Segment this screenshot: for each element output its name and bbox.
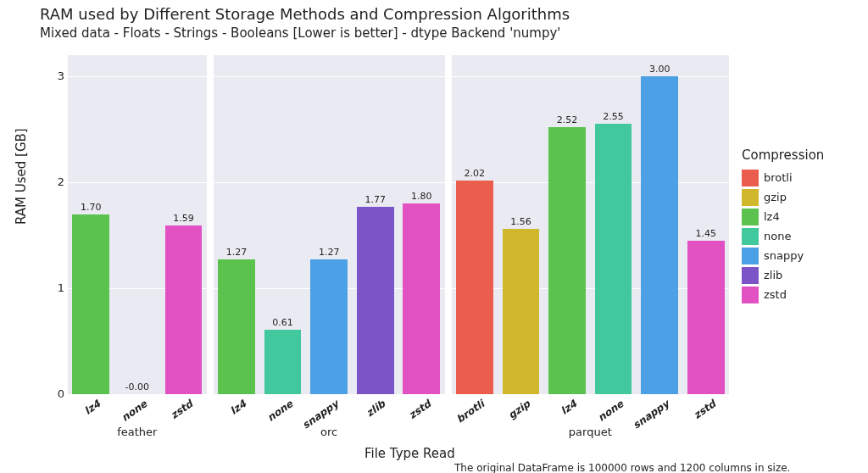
legend-label: snappy [764,249,804,262]
bar-value-label: 3.00 [649,64,670,75]
x-tick-compression: gzip [491,398,532,431]
bar-value-label: -0.00 [125,381,149,392]
bar-value-label: 2.02 [465,168,486,179]
legend-title: Compression [742,147,860,163]
x-tick-compression: none [253,398,295,431]
legend-item-lz4: lz4 [742,207,860,226]
bar-feather-lz4 [72,214,109,395]
legend-item-snappy: snappy [742,246,860,265]
legend-label: lz4 [764,210,780,223]
bar-value-label: 1.27 [319,247,340,258]
x-tick-compression: lz4 [207,398,248,431]
bar-orc-lz4 [218,259,255,394]
bar-value-label: 1.45 [695,228,716,239]
bar-value-label: 2.52 [557,114,578,125]
x-tick-group: feather [112,426,163,438]
gridline [68,394,729,395]
x-tick-group: parquet [565,426,615,438]
legend-swatch [742,248,759,264]
bar-value-label: 1.70 [81,202,102,213]
legend-swatch [742,228,759,245]
bar-value-label: 1.27 [226,247,248,258]
bar-orc-zlib [357,207,394,394]
legend-label: zlib [764,269,782,281]
x-tick-compression: lz4 [61,398,103,431]
bar-parquet-gzip [503,229,540,394]
y-tick: 3 [49,70,64,82]
bar-value-label: 1.59 [173,213,194,224]
x-tick-compression: zstd [676,398,718,431]
bar-orc-zstd [403,203,440,394]
legend-item-zlib: zlib [742,265,860,285]
facet-separator [207,55,214,394]
legend-swatch [742,189,759,206]
bar-parquet-brotli [456,181,493,395]
legend-label: zstd [764,288,787,301]
chart-title: RAM used by Different Storage Methods an… [40,5,570,23]
legend-item-brotli: brotli [742,168,860,187]
legend-swatch [742,267,759,284]
x-tick-group: orc [303,426,354,438]
legend-item-none: none [742,226,860,246]
legend: Compression brotligziplz4nonesnappyzlibz… [742,147,860,304]
x-tick-compression: zstd [392,398,433,431]
legend-swatch [742,209,759,225]
legend-item-zstd: zstd [742,285,860,304]
plot-area: 1.70-0.001.591.270.611.271.771.802.021.5… [68,55,729,394]
chart-figure: RAM used by Different Storage Methods an… [0,0,868,473]
x-tick-compression: snappy [630,398,671,431]
bar-parquet-lz4 [548,127,586,394]
bar-orc-snappy [310,259,348,394]
x-tick-compression: brotli [445,398,487,431]
chart-caption: The original DataFrame is 100000 rows an… [454,462,790,473]
bar-value-label: 0.61 [272,317,293,328]
chart-subtitle: Mixed data - Floats - Strings - Booleans… [40,25,560,41]
bar-value-label: 1.77 [364,194,386,205]
bar-parquet-zstd [687,241,725,394]
legend-swatch [742,170,759,186]
y-axis-label: RAM Used [GB] [14,128,29,225]
facet-separator [445,55,452,394]
bar-value-label: 1.56 [510,216,531,227]
gridline [68,76,729,77]
y-tick: 2 [49,175,64,188]
bar-value-label: 2.55 [603,111,624,122]
x-axis-label: File Type Read [364,446,455,461]
legend-swatch [742,287,759,303]
bar-feather-zstd [165,225,203,394]
legend-label: brotli [764,171,793,184]
y-tick: 1 [49,281,64,294]
bar-parquet-snappy [641,76,678,394]
legend-item-gzip: gzip [742,187,860,207]
legend-label: none [764,230,791,242]
legend-label: gzip [764,191,787,203]
bar-value-label: 1.80 [411,191,432,202]
y-tick: 0 [49,387,64,400]
bar-parquet-none [595,124,632,394]
bar-orc-none [264,330,302,394]
